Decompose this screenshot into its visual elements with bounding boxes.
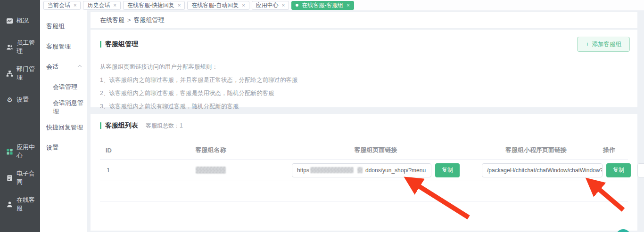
submenu-item-session-message-management[interactable]: 会话消息管理 — [40, 97, 87, 117]
tab-app-center[interactable]: 应用中心 × — [252, 1, 289, 10]
total-value: 1 — [180, 122, 183, 129]
submenu-item-session-management[interactable]: 会话管理 — [40, 77, 87, 97]
table-row: 1 https ddons/yun_shop/?menu 复制 /package… — [100, 159, 628, 181]
chevron-up-icon — [78, 65, 82, 69]
close-icon[interactable]: × — [282, 3, 285, 8]
column-header-name: 客服组名称 — [152, 146, 270, 154]
add-service-group-button[interactable]: + 添加客服组 — [577, 37, 630, 52]
tab-history-session[interactable]: 历史会话 × — [83, 1, 120, 10]
sidebar-item-overview[interactable]: 概况 — [0, 8, 40, 34]
tab-service-group-active[interactable]: 在线客服-客服组 × — [291, 1, 354, 10]
assignment-rules: 从客服组页面链接访问的用户分配客服规则： 1、该客服组内之前聊过客服，并且客服是… — [100, 60, 630, 113]
total-label: 客服组总数： — [146, 122, 180, 129]
submenu-item-settings[interactable]: 设置 — [40, 137, 87, 158]
sidebar-item-online-service[interactable]: 在线客服 — [0, 191, 40, 217]
panel-title: 客服组列表 — [105, 121, 138, 130]
sidebar-item-e-contract[interactable]: 电子合同 — [0, 165, 40, 191]
mini-program-link-input[interactable]: /packageH/chitchat/chatWindow/chatWindow… — [482, 163, 603, 177]
row-action-button[interactable]: 操作 — [637, 163, 644, 177]
tab-quick-reply[interactable]: 在线客服-快捷回复 × — [123, 1, 185, 10]
redacted-link-part — [357, 167, 363, 173]
column-header-mini-link: 客服组小程序页面链接 — [482, 146, 590, 154]
submenu-label: 客服管理 — [46, 42, 71, 51]
sidebar-item-label: 在线客服 — [17, 196, 40, 213]
online-service-person-icon — [6, 201, 13, 208]
sidebar-item-settings[interactable]: ⚙ 设置 — [0, 87, 40, 113]
column-header-id: ID — [100, 147, 152, 154]
tab-current-session[interactable]: 当前会话 × — [43, 1, 81, 10]
column-header-page-link: 客服组页面链接 — [270, 146, 482, 154]
tab-label: 在线客服-客服组 — [302, 1, 343, 9]
sidebar-item-app-center[interactable]: 应用中心 — [0, 138, 40, 165]
column-header-action: 操作 — [590, 146, 628, 154]
breadcrumb: 在线客服 > 客服组管理 — [91, 12, 637, 28]
copy-mini-link-button[interactable]: 复制 — [606, 163, 631, 177]
page-link-suffix: ddons/yun_shop/?menu — [365, 167, 426, 174]
app-center-grid-icon — [6, 148, 13, 155]
rule-1: 1、该客服组内之前聊过客服，并且客服是正常状态，分配给之前聊过的客服 — [100, 73, 630, 87]
page-link-prefix: https — [297, 167, 309, 174]
close-icon[interactable]: × — [347, 3, 349, 8]
employees-icon — [6, 44, 13, 51]
breadcrumb-parent[interactable]: 在线客服 — [100, 16, 124, 24]
sidebar-item-label: 概况 — [17, 16, 29, 25]
sidebar-spacer — [0, 113, 40, 138]
departments-tree-icon — [6, 70, 13, 77]
tab-label: 当前会话 — [48, 1, 70, 9]
content-area: 在线客服 > 客服组管理 客服组管理 + 添加客服组 从客服组页面链接访问的用户… — [87, 10, 644, 232]
copy-page-link-button[interactable]: 复制 — [435, 163, 460, 177]
table-header-row: ID 客服组名称 客服组页面链接 客服组小程序页面链接 操作 — [100, 141, 628, 159]
group-total-count: 客服组总数：1 — [146, 122, 183, 130]
close-icon[interactable]: × — [242, 3, 245, 8]
tab-label: 在线客服-快捷回复 — [127, 1, 174, 9]
submenu-label: 会话消息管理 — [53, 99, 87, 116]
sidebar-item-label: 电子合同 — [17, 169, 40, 186]
tab-label: 在线客服-自动回复 — [191, 1, 239, 9]
close-icon[interactable]: × — [74, 3, 76, 8]
settings-gear-icon: ⚙ — [6, 96, 13, 104]
submenu-label: 客服组 — [46, 22, 65, 31]
sidebar-item-label: 员工管理 — [17, 39, 40, 56]
panel-title: 客服组管理 — [105, 40, 138, 48]
secondary-sidebar: 客服组 客服管理 会话 会话管理 会话消息管理 快捷回复管理 设置 — [40, 10, 87, 232]
sidebar-item-label: 部门管理 — [17, 65, 40, 82]
tab-label: 历史会话 — [87, 1, 110, 9]
page-link-input[interactable]: https ddons/yun_shop/?menu — [292, 163, 431, 177]
submenu-label: 设置 — [46, 144, 58, 152]
sidebar-item-label: 应用中心 — [17, 143, 40, 160]
sidebar-item-label: 设置 — [17, 96, 29, 104]
redacted-link-part — [310, 167, 354, 173]
active-tab-dot-icon — [296, 4, 298, 7]
submenu-item-session[interactable]: 会话 — [40, 56, 87, 77]
section-accent-bar — [100, 41, 101, 48]
sidebar-item-departments[interactable]: 部门管理 — [0, 60, 40, 87]
submenu-item-quick-reply-management[interactable]: 快捷回复管理 — [40, 117, 87, 137]
main-sidebar: 概况 员工管理 部门管理 ⚙ 设置 应用中心 — [0, 0, 40, 232]
service-group-manage-panel: 客服组管理 + 添加客服组 从客服组页面链接访问的用户分配客服规则： 1、该客服… — [91, 30, 637, 107]
rule-3: 3、该客服组内之前没有聊过客服，随机分配新的客服 — [100, 100, 630, 113]
redacted-group-name — [196, 167, 226, 174]
tab-auto-reply[interactable]: 在线客服-自动回复 × — [187, 1, 249, 10]
cell-id: 1 — [100, 167, 152, 174]
table-bottom-divider — [100, 181, 628, 202]
e-contract-document-icon — [6, 175, 13, 182]
tab-bar: 当前会话 × 历史会话 × 在线客服-快捷回复 × 在线客服-自动回复 × 应用… — [40, 0, 644, 10]
submenu-label: 会话管理 — [53, 83, 77, 91]
close-icon[interactable]: × — [178, 3, 181, 8]
add-button-label: 添加客服组 — [592, 40, 622, 48]
service-group-list-panel: 客服组列表 客服组总数：1 ID 客服组名称 客服组页面链接 客服组小程序页面链… — [91, 114, 637, 231]
sidebar-item-employees[interactable]: 员工管理 — [0, 34, 40, 60]
overview-chart-icon — [6, 17, 13, 24]
close-icon[interactable]: × — [113, 3, 116, 8]
rules-intro: 从客服组页面链接访问的用户分配客服规则： — [100, 60, 630, 73]
breadcrumb-separator: > — [127, 16, 131, 24]
rule-2: 2、该客服组内之前聊过客服，客服是禁用状态，随机分配新的客服 — [100, 87, 630, 100]
submenu-label: 会话 — [46, 63, 58, 71]
submenu-item-service-management[interactable]: 客服管理 — [40, 36, 87, 56]
submenu-item-service-group[interactable]: 客服组 — [40, 16, 87, 36]
app-window: 概况 员工管理 部门管理 ⚙ 设置 应用中心 — [0, 0, 644, 232]
section-accent-bar — [100, 122, 101, 129]
breadcrumb-current: 客服组管理 — [134, 16, 165, 24]
submenu-label: 快捷回复管理 — [46, 123, 83, 132]
plus-icon: + — [586, 41, 589, 48]
